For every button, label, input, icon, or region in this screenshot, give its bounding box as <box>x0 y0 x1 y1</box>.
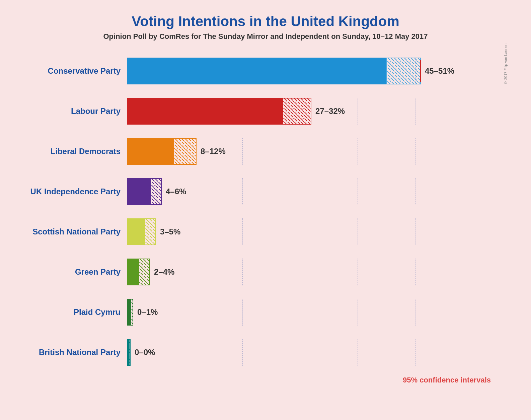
solid-bar-1 <box>127 98 283 125</box>
bar-area-0: 45–51% <box>127 58 511 84</box>
bars-wrapper-0 <box>127 58 421 84</box>
confidence-note: 95% confidence intervals <box>20 376 511 384</box>
bar-area-4: 3–5% <box>127 218 511 245</box>
bar-row: Green Party2–4% <box>20 252 511 292</box>
hatch-bar-4 <box>145 218 156 245</box>
party-label-1: Labour Party <box>20 107 127 116</box>
bar-row: Conservative Party45–51% <box>20 51 511 91</box>
bar-row: Liberal Democrats8–12% <box>20 131 511 171</box>
solid-bar-5 <box>127 259 139 285</box>
solid-bar-2 <box>127 138 173 165</box>
party-label-0: Conservative Party <box>20 66 127 76</box>
bars-wrapper-2 <box>127 138 197 165</box>
bar-row: Scottish National Party3–5% <box>20 212 511 252</box>
bar-area-5: 2–4% <box>127 259 511 285</box>
bars-wrapper-1 <box>127 98 311 125</box>
percentage-label-0: 45–51% <box>425 66 454 76</box>
bar-area-6: 0–1% <box>127 299 511 326</box>
chart-container: Conservative Party45–51%Labour Party27–3… <box>20 51 511 372</box>
percentage-label-4: 3–5% <box>160 227 180 236</box>
bars-wrapper-5 <box>127 259 150 285</box>
percentage-label-6: 0–1% <box>137 307 158 317</box>
chart-subtitle: Opinion Poll by ComRes for The Sunday Mi… <box>20 32 511 41</box>
bar-row: Plaid Cymru0–1% <box>20 292 511 332</box>
bar-area-7: 0–0% <box>127 339 511 366</box>
party-label-6: Plaid Cymru <box>20 307 127 317</box>
percentage-label-1: 27–32% <box>315 107 345 116</box>
bar-area-3: 4–6% <box>127 178 511 205</box>
bars-wrapper-3 <box>127 178 162 205</box>
percentage-label-3: 4–6% <box>166 187 186 196</box>
bar-row: UK Independence Party4–6% <box>20 171 511 212</box>
solid-bar-6 <box>127 299 130 326</box>
party-label-4: Scottish National Party <box>20 227 127 237</box>
bars-wrapper-4 <box>127 218 156 245</box>
bars-wrapper-6 <box>127 299 133 326</box>
solid-bar-3 <box>127 178 150 205</box>
party-label-5: Green Party <box>20 267 127 277</box>
hatch-bar-7 <box>129 339 131 366</box>
party-label-3: UK Independence Party <box>20 187 127 197</box>
hatch-bar-5 <box>139 259 150 285</box>
percentage-label-5: 2–4% <box>154 267 174 277</box>
percentage-label-2: 8–12% <box>201 147 226 156</box>
hatch-bar-6 <box>130 299 133 326</box>
bar-area-1: 27–32% <box>127 98 511 125</box>
solid-bar-4 <box>127 218 145 245</box>
bar-row: British National Party0–0% <box>20 332 511 372</box>
party-label-2: Liberal Democrats <box>20 147 127 156</box>
hatch-bar-0 <box>386 58 421 84</box>
bar-row: Labour Party27–32% <box>20 91 511 131</box>
hatch-bar-3 <box>150 178 162 205</box>
chart-title: Voting Intentions in the United Kingdom <box>20 13 511 29</box>
party-label-7: British National Party <box>20 348 127 357</box>
bar-area-2: 8–12% <box>127 138 511 165</box>
solid-bar-0 <box>127 58 386 84</box>
hatch-bar-1 <box>283 98 311 125</box>
hatch-bar-2 <box>173 138 197 165</box>
bars-wrapper-7 <box>127 339 131 366</box>
percentage-label-7: 0–0% <box>135 348 155 357</box>
